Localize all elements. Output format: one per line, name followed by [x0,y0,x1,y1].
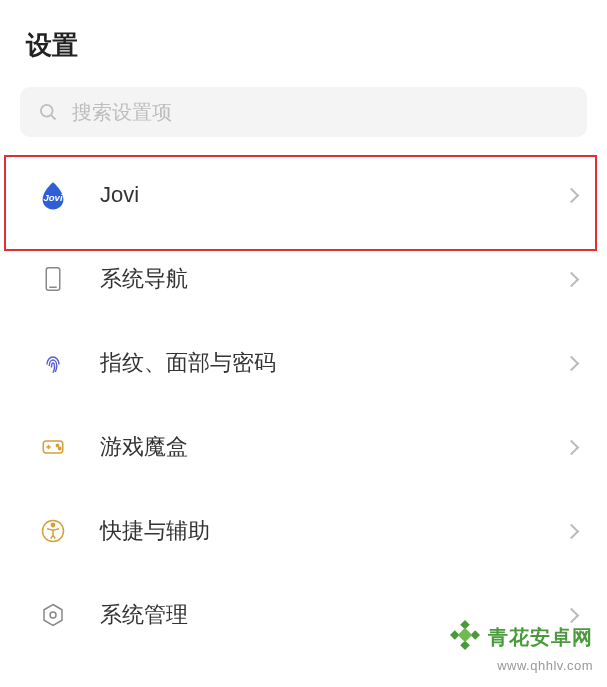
search-input[interactable]: 搜索设置项 [20,87,587,137]
svg-rect-18 [458,628,472,642]
row-fingerprint-face-password[interactable]: 指纹、面部与密码 [0,321,607,405]
jovi-icon: Jovi [36,178,70,212]
gear-hex-icon [36,598,70,632]
svg-point-0 [41,105,53,117]
svg-text:Jovi: Jovi [43,192,63,203]
svg-point-11 [51,523,54,526]
search-placeholder: 搜索设置项 [72,99,172,126]
chevron-right-icon [564,523,580,539]
svg-point-8 [56,444,58,446]
row-jovi[interactable]: Jovi Jovi [0,153,607,237]
gamepad-icon [36,430,70,464]
page-title: 设置 [0,0,607,87]
row-game-box[interactable]: 游戏魔盒 [0,405,607,489]
phone-nav-icon [36,262,70,296]
row-label: Jovi [100,182,566,208]
chevron-right-icon [564,439,580,455]
chevron-right-icon [564,187,580,203]
svg-marker-12 [44,605,62,626]
row-shortcut-accessibility[interactable]: 快捷与辅助 [0,489,607,573]
accessibility-icon [36,514,70,548]
row-label: 系统导航 [100,264,566,294]
watermark-url: www.qhhlv.com [497,658,593,673]
row-label: 快捷与辅助 [100,516,566,546]
fingerprint-icon [36,346,70,380]
svg-line-1 [51,115,55,119]
watermark-brand: 青花安卓网 [488,624,593,651]
watermark: 青花安卓网 www.qhhlv.com [448,618,593,673]
search-icon [38,102,58,122]
settings-list: Jovi Jovi 系统导航 指纹、面部与密码 [0,153,607,657]
row-system-navigation[interactable]: 系统导航 [0,237,607,321]
row-label: 游戏魔盒 [100,432,566,462]
chevron-right-icon [564,355,580,371]
watermark-logo-icon [448,618,482,656]
row-label: 指纹、面部与密码 [100,348,566,378]
svg-point-9 [59,447,61,449]
svg-point-13 [50,612,56,618]
chevron-right-icon [564,271,580,287]
